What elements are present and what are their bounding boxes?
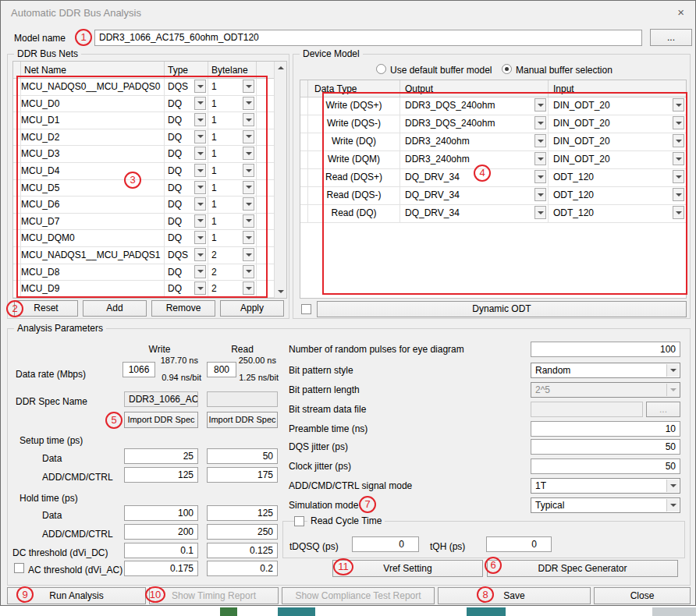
chevron-down-icon[interactable]	[243, 265, 254, 278]
bytelane-select[interactable]: 1	[208, 79, 257, 96]
output-select[interactable]: DDR3_DQS_240ohm	[400, 97, 549, 115]
type-select[interactable]: DQ	[165, 129, 208, 147]
tdqsq-input[interactable]: 0	[352, 536, 419, 552]
chevron-down-icon[interactable]	[194, 80, 206, 93]
bytelane-select[interactable]: 1	[208, 129, 257, 147]
chevron-down-icon[interactable]	[534, 116, 546, 129]
chevron-down-icon[interactable]	[243, 214, 254, 228]
net-name-cell[interactable]: MCU_NADQS1__MCU_PADQS1	[21, 247, 165, 264]
chevron-down-icon[interactable]	[243, 181, 254, 194]
type-select[interactable]: DQ	[165, 214, 208, 231]
chevron-down-icon[interactable]	[673, 188, 684, 201]
setup-data-write-input[interactable]: 25	[124, 448, 198, 464]
chevron-down-icon[interactable]	[194, 248, 206, 261]
tqh-input[interactable]: 0	[486, 536, 552, 552]
type-select[interactable]: DQS	[165, 247, 208, 264]
ddr-spec-name-write-field[interactable]: DDR3_1066_AC17	[124, 391, 198, 407]
close-icon[interactable]: ×	[677, 5, 684, 19]
net-name-cell[interactable]: MCU_D9	[21, 281, 165, 298]
bytelane-select[interactable]: 2	[208, 281, 257, 298]
radio-manual-buffer-selection[interactable]	[502, 64, 512, 74]
dc-threshold-read-input[interactable]: 0.125	[207, 543, 278, 558]
chevron-down-icon[interactable]	[673, 170, 684, 183]
input-select[interactable]: ODT_120	[549, 169, 686, 187]
bytelane-select[interactable]: 2	[208, 247, 257, 264]
chevron-down-icon[interactable]	[194, 197, 206, 211]
add-button[interactable]: Add	[83, 300, 147, 317]
chevron-down-icon[interactable]	[194, 281, 206, 295]
net-name-cell[interactable]: MCU_D8	[21, 264, 165, 281]
chevron-down-icon[interactable]	[243, 164, 254, 177]
apply-button[interactable]: Apply	[220, 300, 284, 317]
output-select[interactable]: DDR3_240ohm	[400, 133, 549, 151]
type-select[interactable]: DQ	[165, 112, 208, 129]
import-ddr-spec-write-button[interactable]: Import DDR Spec	[124, 412, 198, 428]
clock-jitter-input[interactable]: 50	[531, 458, 680, 474]
output-select[interactable]: DDR3_DQS_240ohm	[400, 115, 549, 133]
ac-threshold-write-input[interactable]: 0.175	[124, 561, 198, 576]
chevron-down-icon[interactable]	[194, 113, 206, 126]
chevron-down-icon[interactable]	[666, 364, 679, 377]
chevron-down-icon[interactable]	[673, 98, 684, 112]
model-browse-button[interactable]: ...	[650, 29, 692, 46]
chevron-down-icon[interactable]	[194, 130, 206, 143]
type-select[interactable]: DQ	[165, 230, 208, 247]
signal-mode-select[interactable]: 1T	[531, 478, 680, 494]
remove-button[interactable]: Remove	[151, 300, 215, 317]
close-button[interactable]: Close	[594, 587, 691, 604]
bytelane-select[interactable]: 1	[208, 96, 257, 113]
chevron-down-icon[interactable]	[243, 130, 254, 143]
chevron-down-icon[interactable]	[194, 214, 206, 228]
input-select[interactable]: DIN_ODT_20	[549, 115, 686, 133]
chevron-down-icon[interactable]	[243, 80, 254, 93]
chevron-down-icon[interactable]	[243, 248, 254, 261]
dc-threshold-write-input[interactable]: 0.1	[124, 543, 198, 558]
chevron-down-icon[interactable]	[194, 97, 206, 110]
input-select[interactable]: DIN_ODT_20	[549, 151, 686, 169]
setup-acc-write-input[interactable]: 125	[124, 467, 198, 483]
type-select[interactable]: DQ	[165, 146, 208, 163]
chevron-down-icon[interactable]	[534, 206, 546, 219]
chevron-down-icon[interactable]	[534, 152, 546, 165]
setup-data-read-input[interactable]: 50	[207, 448, 278, 464]
model-name-input[interactable]: DDR3_1066_AC175_60ohm_ODT120	[94, 30, 642, 46]
dqs-jitter-input[interactable]: 50	[531, 439, 680, 455]
ac-threshold-checkbox[interactable]	[14, 563, 24, 573]
ddr-spec-generator-button[interactable]: DDR Spec Generator	[487, 560, 678, 577]
hold-data-read-input[interactable]: 125	[207, 505, 278, 521]
chevron-down-icon[interactable]	[243, 197, 254, 211]
vref-setting-button[interactable]: Vref Setting	[332, 560, 483, 577]
chevron-down-icon[interactable]	[194, 181, 206, 194]
scroll-up-icon[interactable]	[275, 62, 286, 74]
ddr-spec-name-read-field[interactable]	[207, 391, 278, 407]
type-select[interactable]: DQ	[165, 180, 208, 197]
net-name-cell[interactable]: MCU_D0	[21, 96, 165, 113]
chevron-down-icon[interactable]	[666, 499, 679, 512]
chevron-down-icon[interactable]	[534, 98, 546, 112]
hold-data-write-input[interactable]: 100	[124, 505, 198, 521]
net-name-cell[interactable]: MCU_D2	[21, 129, 165, 147]
type-select[interactable]: DQ	[165, 281, 208, 298]
chevron-down-icon[interactable]	[243, 231, 254, 244]
save-button[interactable]: Save	[438, 587, 591, 604]
bytelane-select[interactable]: 1	[208, 112, 257, 129]
bytelane-select[interactable]: 1	[208, 214, 257, 231]
net-name-cell[interactable]: MCU_D3	[21, 146, 165, 163]
setup-acc-read-input[interactable]: 175	[207, 467, 278, 483]
dynamic-odt-button[interactable]: Dynamic ODT	[317, 301, 687, 317]
input-select[interactable]: ODT_120	[549, 205, 686, 223]
chevron-down-icon[interactable]	[534, 188, 546, 201]
chevron-down-icon[interactable]	[666, 480, 679, 492]
bytelane-select[interactable]: 2	[208, 264, 257, 281]
chevron-down-icon[interactable]	[673, 152, 684, 165]
type-select[interactable]: DQ	[165, 196, 208, 214]
bytelane-select[interactable]: 1	[208, 230, 257, 247]
radio-manual-label[interactable]: Manual buffer selection	[516, 65, 613, 76]
radio-use-default-label[interactable]: Use default buffer model	[390, 65, 492, 76]
bytelane-select[interactable]: 1	[208, 196, 257, 214]
input-select[interactable]: ODT_120	[549, 187, 686, 205]
net-name-cell[interactable]: MCU_D4	[21, 163, 165, 180]
simulation-mode-select[interactable]: Typical	[531, 497, 680, 513]
chevron-down-icon[interactable]	[534, 134, 546, 147]
reset-button[interactable]: Reset	[14, 300, 78, 317]
